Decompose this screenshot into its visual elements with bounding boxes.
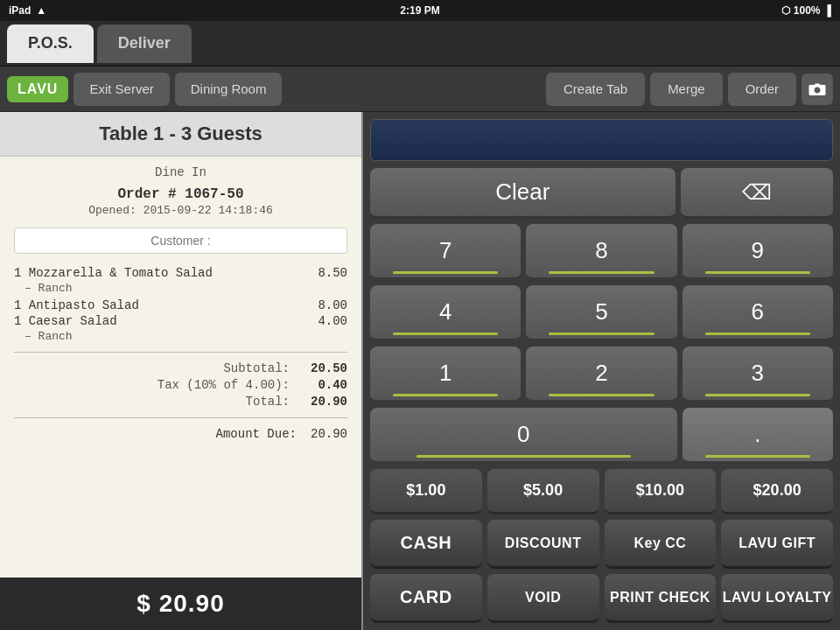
dine-in-label: Dine In xyxy=(14,165,347,179)
quick-amounts: $1.00 $5.00 $10.00 $20.00 xyxy=(370,469,833,514)
numpad-display xyxy=(370,119,833,161)
receipt-totals: Subtotal: 20.50 Tax (10% of 4.00): 0.40 … xyxy=(14,361,347,409)
wifi-icon: ▲ xyxy=(36,4,46,17)
action-bar: LAVU Exit Server Dining Room Create Tab … xyxy=(0,66,840,112)
receipt-divider-2 xyxy=(14,417,347,418)
table-header: Table 1 - 3 Guests xyxy=(0,112,361,157)
item-mod: – Ranch xyxy=(14,282,347,295)
time-display: 2:19 PM xyxy=(400,4,439,17)
void-button[interactable]: VOID xyxy=(487,574,599,623)
receipt-panel: Table 1 - 3 Guests Dine In Order # 1067-… xyxy=(0,112,363,630)
camera-icon[interactable] xyxy=(802,74,833,105)
dining-room-button[interactable]: Dining Room xyxy=(175,73,283,106)
tab-deliver[interactable]: Deliver xyxy=(97,24,192,63)
total-footer: $ 20.90 xyxy=(0,578,361,630)
amount-due-value: 20.90 xyxy=(311,427,347,441)
subtotal-row: Subtotal: 20.50 xyxy=(14,361,347,375)
create-tab-button[interactable]: Create Tab xyxy=(546,73,645,106)
num-2-button[interactable]: 2 xyxy=(526,346,676,402)
order-button[interactable]: Order xyxy=(728,73,796,106)
item-price: 8.50 xyxy=(318,266,347,280)
num-8-button[interactable]: 8 xyxy=(526,224,676,280)
num-7-button[interactable]: 7 xyxy=(370,224,521,280)
num-3-button[interactable]: 3 xyxy=(682,346,833,402)
status-bar: iPad ▲ 2:19 PM ⬡ 100% ▐ xyxy=(0,0,840,21)
top-nav: P.O.S. Deliver xyxy=(0,21,840,66)
receipt-body: Dine In Order # 1067-50 Opened: 2015-09-… xyxy=(0,157,361,578)
card-button[interactable]: CARD xyxy=(370,574,482,623)
total-row: Total: 20.90 xyxy=(14,395,347,409)
item-price: 8.00 xyxy=(318,298,347,312)
quick-5-button[interactable]: $5.00 xyxy=(487,469,599,514)
right-actions: Create Tab Merge Order xyxy=(546,73,833,106)
num-4-button[interactable]: 4 xyxy=(370,285,521,341)
customer-input[interactable] xyxy=(14,228,347,254)
lavu-loyalty-button[interactable]: LAVU LOYALTY xyxy=(721,574,833,623)
amount-due-label: Amount Due: xyxy=(216,427,297,441)
item-name: 1 Antipasto Salad xyxy=(14,298,139,312)
cash-button[interactable]: CASH xyxy=(370,520,482,569)
tax-row: Tax (10% of 4.00): 0.40 xyxy=(14,378,347,392)
total-label: Total: xyxy=(246,395,290,409)
backspace-icon: ⌫ xyxy=(742,180,772,205)
item-name: 1 Mozzarella & Tomato Salad xyxy=(14,266,213,280)
carrier-label: iPad xyxy=(9,4,31,17)
num-5-button[interactable]: 5 xyxy=(526,285,676,341)
tax-value: 0.40 xyxy=(304,378,347,392)
tax-label: Tax (10% of 4.00): xyxy=(158,378,290,392)
quick-1-button[interactable]: $1.00 xyxy=(370,469,482,514)
num-1-button[interactable]: 1 xyxy=(370,346,521,402)
order-item: 1 Caesar Salad 4.00 xyxy=(14,314,347,328)
num-dot-button[interactable]: . xyxy=(682,408,833,464)
total-prefix: $ xyxy=(136,590,151,617)
num-0-button[interactable]: 0 xyxy=(370,408,677,464)
order-number: Order # 1067-50 xyxy=(14,186,347,202)
merge-button[interactable]: Merge xyxy=(650,73,723,106)
tab-pos[interactable]: P.O.S. xyxy=(7,24,94,63)
receipt-divider xyxy=(14,352,347,353)
key-cc-button[interactable]: Key CC xyxy=(605,520,717,569)
quick-10-button[interactable]: $10.00 xyxy=(605,469,717,514)
print-check-button[interactable]: PRINT CHECK xyxy=(605,574,717,623)
order-item: 1 Mozzarella & Tomato Salad 8.50 xyxy=(14,266,347,280)
lavu-logo: LAVU xyxy=(7,76,68,102)
subtotal-value: 20.50 xyxy=(304,361,347,375)
main-content: Table 1 - 3 Guests Dine In Order # 1067-… xyxy=(0,112,840,630)
num-9-button[interactable]: 9 xyxy=(682,224,833,280)
battery-label: 100% xyxy=(794,4,821,17)
item-price: 4.00 xyxy=(318,314,347,328)
num-6-button[interactable]: 6 xyxy=(682,285,833,341)
quick-20-button[interactable]: $20.00 xyxy=(721,469,833,514)
numpad-panel: Clear ⌫ 7 8 9 4 5 6 1 2 3 0 . $1.00 $5.0… xyxy=(363,112,840,630)
item-mod: – Ranch xyxy=(14,330,347,343)
order-item: 1 Antipasto Salad 8.00 xyxy=(14,298,347,312)
clear-button[interactable]: Clear xyxy=(370,168,676,219)
backspace-button[interactable]: ⌫ xyxy=(681,168,833,219)
clear-row: Clear ⌫ xyxy=(370,168,833,219)
battery-icon: ▐ xyxy=(823,4,831,17)
total-display-value: 20.90 xyxy=(159,590,225,617)
payment-row1: CASH DISCOUNT Key CC LAVU GIFT xyxy=(370,520,833,569)
payment-row2: CARD VOID PRINT CHECK LAVU LOYALTY xyxy=(370,574,833,623)
bluetooth-icon: ⬡ xyxy=(781,4,790,17)
exit-server-button[interactable]: Exit Server xyxy=(74,73,169,106)
subtotal-label: Subtotal: xyxy=(223,361,290,375)
lavu-gift-button[interactable]: LAVU GIFT xyxy=(721,520,833,569)
discount-button[interactable]: DISCOUNT xyxy=(487,520,599,569)
item-name: 1 Caesar Salad xyxy=(14,314,117,328)
numpad-grid: 7 8 9 4 5 6 1 2 3 0 . xyxy=(370,224,833,464)
total-value: 20.90 xyxy=(304,395,347,409)
opened-time: Opened: 2015-09-22 14:18:46 xyxy=(14,204,347,217)
amount-due-row: Amount Due: 20.90 xyxy=(14,427,347,441)
